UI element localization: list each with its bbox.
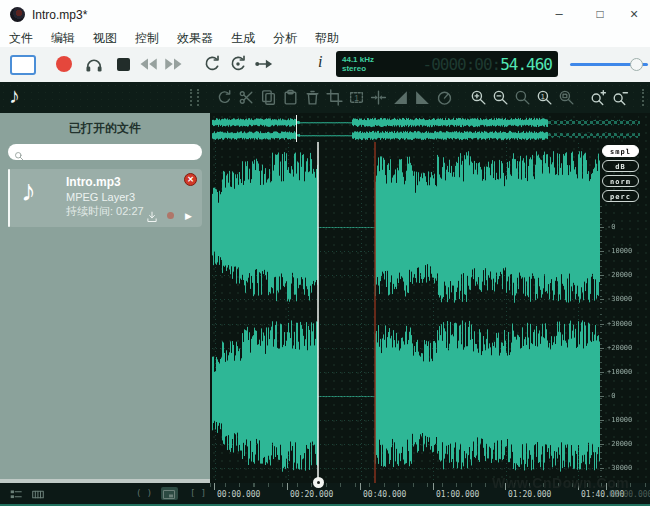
files-panel: 已打开的文件 ♪ Intro.mp3 MPEG Layer3 持续时间: 02:… — [0, 113, 210, 479]
scale-dB-button[interactable]: dB — [602, 160, 639, 172]
selection-indicator-icon[interactable]: ( ) — [136, 487, 153, 500]
miniature-view-toggle-icon[interactable] — [161, 487, 178, 500]
app-icon — [10, 7, 25, 22]
window-title: Intro.mp3* — [32, 8, 87, 22]
insert-silence-icon[interactable]: 1 — [348, 89, 365, 106]
toolbar-grip[interactable] — [190, 89, 199, 106]
timeline-label: 00:40.000 — [363, 490, 406, 499]
timeline-label: 01:20.000 — [508, 490, 551, 499]
volume-knob[interactable] — [630, 58, 643, 71]
svg-text:1: 1 — [541, 92, 545, 101]
scale-norm-button[interactable]: norm — [602, 175, 639, 187]
maximize-button[interactable]: □ — [584, 0, 616, 28]
scale-perc-button[interactable]: perc — [602, 190, 639, 202]
vertical-zoom-out-icon[interactable] — [612, 89, 629, 106]
rewind-button[interactable] — [138, 54, 158, 74]
menu-item-4[interactable]: 效果器 — [168, 30, 222, 47]
menu-item-0[interactable]: 文件 — [0, 30, 42, 47]
paste-icon[interactable] — [282, 89, 299, 106]
delete-icon[interactable] — [304, 89, 321, 106]
loop-selection-button[interactable] — [228, 54, 248, 74]
waveform-area[interactable]: -0-10000-20000-30000+30000+20000+10000-0… — [210, 113, 650, 483]
fade-in-icon[interactable] — [392, 89, 409, 106]
time-display: 44.1 kHz stereo -0000:00:54.460 — [336, 51, 558, 77]
time-counter-value: 54.460 — [500, 55, 552, 74]
edit-toolbar: ♪ 11 — [0, 82, 650, 113]
volume-slider[interactable] — [570, 58, 648, 72]
minimize-button[interactable]: – — [543, 0, 575, 28]
menu-item-6[interactable]: 分析 — [264, 30, 306, 47]
ocenaudio-window: Intro.mp3* – □ × 文件编辑视图控制效果器生成分析帮助 i 44.… — [0, 0, 650, 506]
ruler-label: -20000 — [607, 440, 632, 448]
keyboard-view-toggle-icon[interactable] — [30, 487, 47, 500]
menu-item-2[interactable]: 视图 — [84, 30, 126, 47]
timeline-label: 00:20.000 — [290, 490, 333, 499]
cut-icon[interactable] — [238, 89, 255, 106]
redo-icon[interactable] — [216, 89, 233, 106]
file-card-accent — [8, 169, 10, 227]
ruler-label: -0 — [607, 392, 615, 400]
file-search-box[interactable] — [8, 144, 202, 160]
scale-smpl-button[interactable]: smpl — [602, 145, 639, 157]
loop-button[interactable] — [202, 54, 222, 74]
split-icon[interactable] — [370, 89, 387, 106]
gain-icon[interactable] — [436, 89, 453, 106]
ruler-label: -30000 — [607, 295, 632, 303]
file-close-button[interactable]: ✕ — [184, 173, 197, 186]
file-note-icon: ♪ — [21, 174, 36, 208]
file-name: Intro.mp3 — [66, 175, 144, 189]
channel-mode-label: stereo — [342, 64, 404, 73]
zoom-selection-icon[interactable] — [514, 89, 531, 106]
timeline-label: 00:00.000 — [217, 490, 260, 499]
amplitude-ruler: -0-10000-20000-30000+30000+20000+10000-0… — [210, 113, 650, 483]
trim-icon[interactable] — [326, 89, 343, 106]
info-button[interactable]: i — [318, 53, 338, 73]
time-counter: -0000:00:54.460 — [404, 55, 558, 74]
vertical-zoom-in-icon[interactable] — [590, 89, 607, 106]
copy-icon[interactable] — [260, 89, 277, 106]
file-status-dot — [167, 212, 174, 219]
ruler-label: -30000 — [607, 464, 632, 472]
timeline-label: 01:00.000 — [436, 490, 479, 499]
loop-indicator-icon[interactable]: [ ] — [190, 487, 207, 500]
zoom-one-icon[interactable]: 1 — [536, 89, 553, 106]
ruler-label: +10000 — [607, 368, 632, 376]
playhead-handle[interactable] — [313, 477, 324, 488]
zoom-in-icon[interactable] — [470, 89, 487, 106]
timeline-tick — [214, 483, 215, 490]
ruler-label: -10000 — [607, 247, 632, 255]
menu-item-3[interactable]: 控制 — [126, 30, 168, 47]
menu-item-7[interactable]: 帮助 — [306, 30, 348, 47]
monitor-headphones-button[interactable] — [84, 54, 104, 74]
ruler-label: +30000 — [607, 320, 632, 328]
zoom-all-icon[interactable] — [558, 89, 575, 106]
files-tab-note-icon[interactable]: ♪ — [9, 83, 20, 109]
toolbar-grip-right[interactable] — [642, 89, 649, 106]
search-input[interactable] — [24, 145, 202, 159]
file-play-button[interactable]: ▶ — [185, 211, 192, 221]
file-download-icon[interactable] — [146, 209, 158, 221]
timeline-tick — [287, 483, 288, 490]
fade-out-icon[interactable] — [414, 89, 431, 106]
ruler-label: -10000 — [607, 416, 632, 424]
ruler-label: +20000 — [607, 344, 632, 352]
svg-text:1: 1 — [354, 93, 359, 103]
menu-item-1[interactable]: 编辑 — [42, 30, 84, 47]
timeline-tick — [433, 483, 434, 490]
stop-button[interactable] — [117, 58, 130, 71]
file-list-toggle-icon[interactable] — [8, 487, 25, 500]
transport-toolbar: i 44.1 kHz stereo -0000:00:54.460 — [0, 47, 650, 82]
zoom-out-icon[interactable] — [492, 89, 509, 106]
selection-tool-button[interactable] — [10, 55, 36, 75]
timeline-label: 02:00.000 — [609, 490, 650, 499]
ruler-label: -0 — [607, 223, 615, 231]
play-from-cursor-button[interactable] — [254, 54, 274, 74]
menu-item-5[interactable]: 生成 — [222, 30, 264, 47]
files-panel-title: 已打开的文件 — [0, 113, 210, 137]
file-card[interactable]: ♪ Intro.mp3 MPEG Layer3 持续时间: 02:27 ✕ ▶ — [8, 169, 202, 227]
forward-button[interactable] — [164, 54, 184, 74]
timeline-tick — [360, 483, 361, 490]
close-button[interactable]: × — [618, 0, 650, 28]
record-button[interactable] — [56, 56, 72, 72]
title-bar: Intro.mp3* – □ × — [0, 0, 650, 30]
